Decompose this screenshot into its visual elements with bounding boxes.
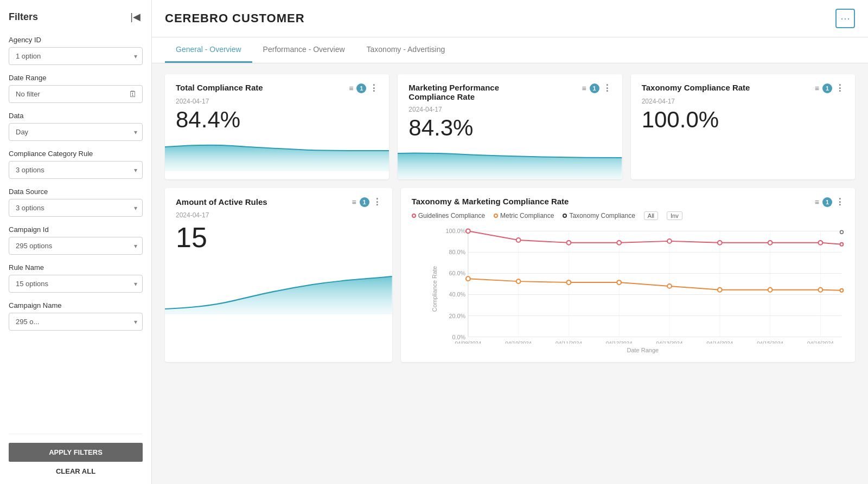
svg-point-36 bbox=[840, 243, 843, 246]
marketing-performance-chart bbox=[398, 147, 622, 179]
active-rules-value: 15 bbox=[176, 221, 381, 254]
active-rules-menu-button[interactable]: ⋮ bbox=[373, 197, 381, 207]
total-compliance-header: Total Compliance Rate ≡ 1 ⋮ bbox=[176, 83, 378, 93]
total-compliance-badge: 1 bbox=[356, 83, 366, 93]
collapse-sidebar-button[interactable]: |◀ bbox=[128, 9, 143, 25]
apply-filters-button[interactable]: APPLY FILTERS bbox=[9, 443, 143, 462]
svg-point-28 bbox=[466, 229, 470, 234]
taxonomy-compliance-filter-button[interactable]: ≡ bbox=[815, 84, 819, 93]
svg-point-31 bbox=[617, 241, 621, 245]
campaign-id-label: Campaign Id bbox=[9, 225, 143, 234]
campaign-name-filter: Campaign Name 295 o... ▾ bbox=[9, 301, 143, 331]
agency-id-label: Agency ID bbox=[9, 36, 143, 44]
marketing-performance-actions: ≡ 1 ⋮ bbox=[582, 83, 611, 93]
total-compliance-card: Total Compliance Rate ≡ 1 ⋮ 2024-04-17 8… bbox=[165, 74, 389, 179]
legend-item-guidelines: Guidelines Compliance bbox=[412, 212, 485, 220]
guidelines-compliance-label: Guidelines Compliance bbox=[418, 212, 485, 220]
marketing-performance-title: Marketing Performance Compliance Rate bbox=[409, 83, 517, 101]
line-chart-filter-button[interactable]: ≡ bbox=[815, 198, 819, 206]
chart-area: Compliance Rate 100.0% 80.0% 60.0% 4 bbox=[412, 224, 844, 353]
svg-text:0.0%: 0.0% bbox=[452, 334, 465, 340]
svg-point-43 bbox=[768, 288, 772, 292]
total-compliance-menu-button[interactable]: ⋮ bbox=[369, 83, 378, 93]
marketing-performance-menu-button[interactable]: ⋮ bbox=[603, 83, 611, 93]
agency-id-select[interactable]: 1 option bbox=[9, 47, 143, 65]
line-chart-badge: 1 bbox=[822, 197, 832, 207]
tab-general-overview[interactable]: General - Overview bbox=[165, 37, 252, 63]
all-tag[interactable]: All bbox=[644, 211, 658, 220]
rule-name-select[interactable]: 15 options bbox=[9, 275, 143, 293]
svg-text:20.0%: 20.0% bbox=[449, 313, 465, 319]
taxonomy-compliance-title: Taxonomy Compliance Rate bbox=[642, 83, 750, 92]
total-compliance-value: 84.4% bbox=[176, 107, 378, 132]
line-chart-card: Taxonomy & Marketing Compliance Rate ≡ 1… bbox=[401, 188, 855, 362]
svg-point-29 bbox=[516, 238, 520, 242]
tab-performance-overview[interactable]: Performance - Overview bbox=[252, 37, 356, 63]
metric-compliance-dot bbox=[494, 214, 498, 218]
taxonomy-compliance-actions: ≡ 1 ⋮ bbox=[815, 83, 844, 93]
svg-text:60.0%: 60.0% bbox=[449, 270, 465, 277]
taxonomy-compliance-header: Taxonomy Compliance Rate ≡ 1 ⋮ bbox=[642, 83, 844, 93]
svg-point-42 bbox=[718, 288, 722, 292]
taxonomy-compliance-badge: 1 bbox=[822, 83, 832, 93]
data-select-wrapper: Day ▾ bbox=[9, 123, 143, 141]
active-rules-filter-button[interactable]: ≡ bbox=[352, 198, 356, 206]
total-compliance-date: 2024-04-17 bbox=[176, 98, 378, 105]
legend-item-metric: Metric Compliance bbox=[494, 212, 554, 220]
svg-point-38 bbox=[516, 279, 520, 283]
data-filter: Data Day ▾ bbox=[9, 112, 143, 141]
clear-all-button[interactable]: CLEAR ALL bbox=[56, 467, 95, 475]
svg-point-37 bbox=[466, 277, 470, 281]
svg-point-35 bbox=[818, 241, 822, 245]
svg-text:04/12/2024: 04/12/2024 bbox=[605, 340, 632, 344]
total-compliance-title: Total Compliance Rate bbox=[176, 83, 263, 92]
svg-point-46 bbox=[840, 231, 843, 234]
compliance-category-rule-wrapper: 3 options ▾ bbox=[9, 161, 143, 179]
date-range-select[interactable]: No filter bbox=[9, 85, 143, 103]
svg-point-32 bbox=[667, 239, 672, 243]
data-select[interactable]: Day bbox=[9, 123, 143, 141]
campaign-name-label: Campaign Name bbox=[9, 301, 143, 309]
active-rules-chart bbox=[165, 260, 392, 314]
total-compliance-filter-button[interactable]: ≡ bbox=[349, 84, 353, 93]
compliance-category-rule-label: Compliance Category Rule bbox=[9, 150, 143, 158]
page-title: CEREBRO CUSTOMER bbox=[165, 11, 305, 25]
inv-tag[interactable]: Inv bbox=[667, 211, 682, 220]
more-options-button[interactable]: ⋯ bbox=[835, 9, 855, 28]
agency-id-filter: Agency ID 1 option ▾ bbox=[9, 36, 143, 65]
compliance-category-rule-select[interactable]: 3 options bbox=[9, 161, 143, 179]
taxonomy-compliance-chart bbox=[631, 139, 855, 171]
data-filter-label: Data bbox=[9, 112, 143, 120]
data-source-filter: Data Source 3 options ▾ bbox=[9, 188, 143, 217]
campaign-id-select[interactable]: 295 options bbox=[9, 237, 143, 255]
main-content: CEREBRO CUSTOMER ⋯ General - Overview Pe… bbox=[152, 0, 868, 484]
legend-item-taxonomy: Taxonomy Compliance bbox=[563, 212, 635, 220]
svg-text:04/15/2024: 04/15/2024 bbox=[757, 340, 783, 344]
svg-text:04/09/2024: 04/09/2024 bbox=[455, 340, 481, 344]
rule-name-label: Rule Name bbox=[9, 263, 143, 272]
y-axis-label: Compliance Rate bbox=[431, 266, 438, 312]
line-chart-menu-button[interactable]: ⋮ bbox=[835, 197, 844, 207]
tab-taxonomy-advertising[interactable]: Taxonomy - Advertising bbox=[356, 37, 456, 63]
svg-text:04/16/2024: 04/16/2024 bbox=[807, 340, 834, 344]
svg-point-45 bbox=[840, 289, 843, 292]
campaign-name-wrapper: 295 o... ▾ bbox=[9, 313, 143, 331]
data-source-select[interactable]: 3 options bbox=[9, 199, 143, 217]
bottom-row: Amount of Active Rules ≡ 1 ⋮ 2024-04-17 … bbox=[165, 188, 855, 362]
svg-point-39 bbox=[566, 280, 571, 285]
x-axis-label: Date Range bbox=[442, 347, 844, 353]
taxonomy-compliance-menu-button[interactable]: ⋮ bbox=[835, 83, 844, 93]
line-chart-header: Taxonomy & Marketing Compliance Rate ≡ 1… bbox=[412, 197, 844, 207]
active-rules-date: 2024-04-17 bbox=[176, 211, 381, 219]
marketing-performance-badge: 1 bbox=[590, 83, 599, 93]
rule-name-filter: Rule Name 15 options ▾ bbox=[9, 263, 143, 293]
svg-text:04/10/2024: 04/10/2024 bbox=[505, 340, 532, 344]
tabs: General - Overview Performance - Overvie… bbox=[152, 37, 868, 63]
svg-text:40.0%: 40.0% bbox=[449, 292, 465, 298]
campaign-name-select[interactable]: 295 o... bbox=[9, 313, 143, 331]
dashboard: Total Compliance Rate ≡ 1 ⋮ 2024-04-17 8… bbox=[152, 63, 868, 484]
taxonomy-compliance-date: 2024-04-17 bbox=[642, 98, 844, 105]
svg-text:04/13/2024: 04/13/2024 bbox=[656, 340, 682, 344]
marketing-performance-filter-button[interactable]: ≡ bbox=[582, 84, 586, 93]
active-rules-actions: ≡ 1 ⋮ bbox=[352, 197, 381, 207]
